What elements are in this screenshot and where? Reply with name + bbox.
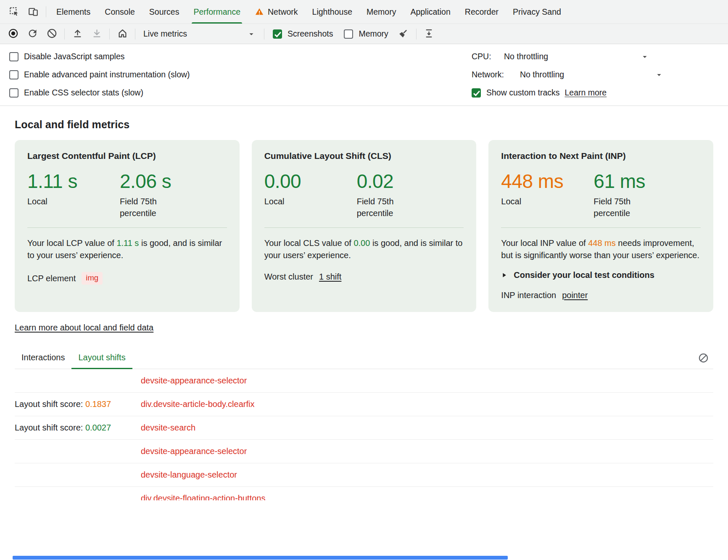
memory-label: Memory [359, 29, 388, 39]
layout-shift-row[interactable]: devsite-language-selector [15, 463, 713, 487]
clear-log-button[interactable] [695, 350, 712, 367]
layout-shift-score: Layout shift score: 0.0027 [15, 423, 141, 433]
inp-local-block: 448 ms Local [501, 171, 593, 219]
tab-privacy-sandbox[interactable]: Privacy Sand [506, 0, 568, 24]
inp-field-label: Field 75th percentile [593, 195, 652, 219]
tab-sources[interactable]: Sources [142, 0, 187, 24]
tab-memory[interactable]: Memory [359, 0, 403, 24]
network-throttling-row: Network: No throttling [472, 66, 728, 84]
node-link[interactable]: devsite-search [141, 423, 195, 433]
inp-card-title: Interaction to Next Paint (INP) [501, 151, 701, 161]
tab-elements[interactable]: Elements [49, 0, 98, 24]
inp-interaction-row: INP interaction pointer [501, 291, 701, 300]
panel-mode-select[interactable]: Live metrics [138, 29, 261, 39]
node-link[interactable]: devsite-appearance-selector [141, 376, 247, 386]
tab-network[interactable]: Network [248, 0, 305, 24]
layout-shift-row[interactable]: devsite-appearance-selector [15, 440, 713, 463]
tab-console[interactable]: Console [98, 0, 142, 24]
tab-recorder[interactable]: Recorder [458, 0, 506, 24]
cls-local-label: Local [264, 195, 323, 207]
tab-performance[interactable]: Performance [186, 0, 248, 24]
lcp-card: Largest Contentful Paint (LCP) 1.11 s Lo… [15, 140, 240, 312]
download-icon [91, 28, 103, 40]
worst-cluster-label: Worst cluster [264, 272, 313, 282]
tab-interactions[interactable]: Interactions [15, 349, 71, 369]
device-toolbar-button[interactable] [24, 2, 43, 21]
warning-icon [255, 7, 264, 16]
live-metrics-view: Local and field metrics Largest Contentf… [0, 119, 728, 500]
lcp-card-title: Largest Contentful Paint (LCP) [27, 151, 227, 161]
layout-shift-row[interactable]: div.devsite-floating-action-buttons [15, 487, 713, 500]
scrollbar-thumb[interactable] [13, 556, 508, 560]
layout-shift-row[interactable]: Layout shift score: 0.1837 div.devsite-a… [15, 393, 713, 416]
capture-settings-right: CPU: No throttling Network: No throttlin… [472, 48, 728, 102]
chevron-down-icon [654, 70, 664, 79]
inspect-element-button[interactable] [4, 2, 24, 21]
card-divider [264, 227, 464, 228]
home-button[interactable] [113, 25, 132, 43]
checkbox-icon [472, 88, 481, 98]
record-icon [8, 28, 19, 40]
tab-layout-shifts[interactable]: Layout shifts [71, 349, 132, 369]
cpu-throttling-select[interactable]: No throttling [504, 52, 649, 61]
inp-interaction-label: INP interaction [501, 291, 556, 300]
custom-tracks-row: Show custom tracks Learn more [472, 84, 728, 102]
memory-checkbox[interactable]: Memory [338, 29, 393, 39]
inp-card: Interaction to Next Paint (INP) 448 ms L… [488, 140, 713, 312]
log-tabbar: Interactions Layout shifts [15, 349, 713, 369]
clear-button[interactable] [42, 25, 61, 43]
inp-field-value: 61 ms [593, 171, 652, 191]
cls-card-title: Cumulative Layout Shift (CLS) [264, 151, 464, 161]
panel-mode-value: Live metrics [143, 29, 187, 39]
tab-lighthouse[interactable]: Lighthouse [305, 0, 359, 24]
lcp-element-label: LCP element [27, 274, 76, 283]
chevron-down-icon [640, 52, 649, 61]
devtools-window: Elements Console Sources Performance Net… [0, 0, 728, 500]
block-icon [46, 28, 58, 40]
field-data-learn-more-link[interactable]: Learn more about local and field data [15, 323, 153, 333]
expand-arrow-icon [501, 272, 507, 278]
compress-arrow-icon [423, 28, 435, 40]
devtools-tabbar: Elements Console Sources Performance Net… [0, 0, 728, 24]
lcp-local-block: 1.11 s Local [27, 171, 120, 219]
collect-garbage-button[interactable] [394, 25, 413, 43]
layout-shifts-table: devsite-appearance-selector Layout shift… [15, 369, 713, 500]
lcp-element-node-link[interactable]: img [82, 272, 103, 285]
cls-field-block: 0.02 Field 75th percentile [357, 171, 416, 219]
layout-shift-row[interactable]: devsite-appearance-selector [15, 369, 713, 393]
save-profile-button[interactable] [87, 25, 106, 43]
network-label: Network: [472, 70, 520, 79]
inp-interaction-link[interactable]: pointer [562, 291, 588, 300]
isolate-button[interactable] [419, 25, 439, 43]
screenshots-label: Screenshots [288, 29, 333, 39]
layout-shift-row[interactable]: Layout shift score: 0.0027 devsite-searc… [15, 416, 713, 440]
node-link[interactable]: devsite-appearance-selector [141, 446, 247, 456]
cls-local-block: 0.00 Local [264, 171, 357, 219]
worst-cluster-link[interactable]: 1 shift [319, 272, 341, 282]
node-link[interactable]: devsite-language-selector [141, 470, 237, 480]
block-icon [698, 352, 709, 365]
checkbox-icon [273, 29, 282, 39]
checkbox-label: Enable CSS selector stats (slow) [24, 88, 143, 98]
show-custom-tracks-checkbox[interactable]: Show custom tracks [472, 88, 559, 98]
cls-card: Cumulative Layout Shift (CLS) 0.00 Local… [252, 140, 477, 312]
lcp-local-label: Local [27, 195, 86, 207]
node-link[interactable]: div.devsite-article-body.clearfix [141, 399, 254, 409]
screenshots-checkbox[interactable]: Screenshots [267, 29, 338, 39]
tab-application[interactable]: Application [403, 0, 457, 24]
checkbox-label: Enable advanced paint instrumentation (s… [24, 70, 190, 79]
cpu-throttling-row: CPU: No throttling [472, 48, 728, 66]
load-profile-button[interactable] [68, 25, 87, 43]
inp-description: Your local INP value of 448 ms needs imp… [501, 237, 701, 262]
record-button[interactable] [3, 25, 23, 43]
node-link[interactable]: div.devsite-floating-action-buttons [141, 494, 265, 500]
network-throttling-select[interactable]: No throttling [520, 70, 664, 79]
lcp-element-row: LCP element img [27, 272, 227, 285]
lcp-field-value: 2.06 s [120, 171, 179, 191]
cls-worst-cluster-row: Worst cluster 1 shift [264, 272, 464, 282]
local-test-conditions-expander[interactable]: Consider your local test conditions [501, 270, 701, 280]
lcp-values: 1.11 s Local 2.06 s Field 75th percentil… [27, 171, 227, 219]
reload-and-record-button[interactable] [23, 25, 42, 43]
custom-tracks-learn-more-link[interactable]: Learn more [564, 88, 607, 98]
cls-local-value: 0.00 [264, 171, 357, 191]
